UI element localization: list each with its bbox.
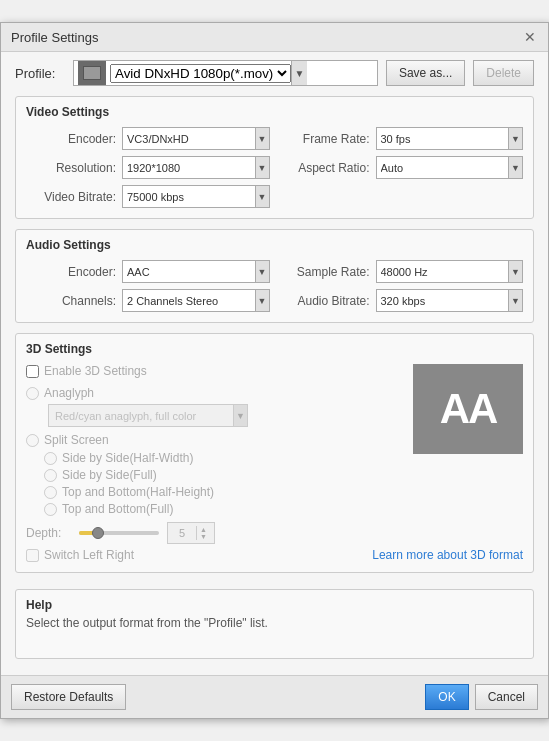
- video-bitrate-arrow[interactable]: ▼: [255, 186, 269, 207]
- ok-button[interactable]: OK: [425, 684, 468, 710]
- sample-rate-select-wrapper: 48000 Hz ▼: [376, 260, 524, 283]
- profile-settings-dialog: Profile Settings ✕ Profile: Avid DNxHD 1…: [0, 22, 549, 719]
- frame-rate-select[interactable]: 30 fps: [377, 128, 509, 149]
- audio-encoder-row: Encoder: AAC ▼: [26, 260, 270, 283]
- video-settings-title: Video Settings: [26, 105, 523, 119]
- channels-row: Channels: 2 Channels Stereo ▼: [26, 289, 270, 312]
- save-as-button[interactable]: Save as...: [386, 60, 465, 86]
- audio-settings-section: Audio Settings Encoder: AAC ▼ Sample Rat…: [15, 229, 534, 323]
- enable-3d-label[interactable]: Enable 3D Settings: [44, 364, 147, 378]
- audio-encoder-arrow[interactable]: ▼: [255, 261, 269, 282]
- aspect-ratio-select-wrapper: Auto ▼: [376, 156, 524, 179]
- anaglyph-select[interactable]: Red/cyan anaglyph, full color: [49, 405, 233, 426]
- video-bitrate-label: Video Bitrate:: [26, 190, 116, 204]
- spinbox-down-button[interactable]: ▼: [197, 533, 210, 540]
- depth-slider[interactable]: [79, 525, 159, 541]
- cancel-button[interactable]: Cancel: [475, 684, 538, 710]
- side-by-side-half-label[interactable]: Side by Side(Half-Width): [62, 451, 193, 465]
- profile-icon-inner: [83, 66, 101, 80]
- audio-bitrate-select-wrapper: 320 kbps ▼: [376, 289, 524, 312]
- top-bottom-half-radio[interactable]: [44, 486, 57, 499]
- slider-thumb[interactable]: [92, 527, 104, 539]
- split-screen-label[interactable]: Split Screen: [44, 433, 109, 447]
- switch-left-right-label[interactable]: Switch Left Right: [44, 548, 134, 562]
- resolution-arrow[interactable]: ▼: [255, 157, 269, 178]
- spinbox-up-button[interactable]: ▲: [197, 526, 210, 533]
- frame-rate-select-wrapper: 30 fps ▼: [376, 127, 524, 150]
- resolution-select-wrapper: 1920*1080 ▼: [122, 156, 270, 179]
- audio-bitrate-arrow[interactable]: ▼: [508, 290, 522, 311]
- title-bar: Profile Settings ✕: [1, 23, 548, 52]
- encoder-label: Encoder:: [26, 132, 116, 146]
- delete-button[interactable]: Delete: [473, 60, 534, 86]
- preview-aa-text: AA: [440, 385, 497, 433]
- depth-spinbox: 5 ▲ ▼: [167, 522, 215, 544]
- frame-rate-row: Frame Rate: 30 fps ▼: [280, 127, 524, 150]
- channels-arrow[interactable]: ▼: [255, 290, 269, 311]
- resolution-row: Resolution: 1920*1080 ▼: [26, 156, 270, 179]
- top-bottom-half-label[interactable]: Top and Bottom(Half-Height): [62, 485, 214, 499]
- video-bitrate-select[interactable]: 75000 kbps: [123, 186, 255, 207]
- channels-label: Channels:: [26, 294, 116, 308]
- profile-row: Profile: Avid DNxHD 1080p(*.mov) ▼ Save …: [15, 60, 534, 86]
- profile-select[interactable]: Avid DNxHD 1080p(*.mov): [110, 64, 291, 83]
- audio-bitrate-select[interactable]: 320 kbps: [377, 290, 509, 311]
- anaglyph-radio[interactable]: [26, 387, 39, 400]
- encoder-arrow[interactable]: ▼: [255, 128, 269, 149]
- audio-encoder-select[interactable]: AAC: [123, 261, 255, 282]
- learn-more-link[interactable]: Learn more about 3D format: [372, 548, 523, 562]
- anaglyph-select-wrapper: Red/cyan anaglyph, full color ▼: [48, 404, 248, 427]
- switch-row: Switch Left Right Learn more about 3D fo…: [26, 548, 523, 562]
- encoder-select[interactable]: VC3/DNxHD: [123, 128, 255, 149]
- sample-rate-row: Sample Rate: 48000 Hz ▼: [280, 260, 524, 283]
- depth-value-input[interactable]: 5: [168, 523, 196, 543]
- video-bitrate-select-wrapper: 75000 kbps ▼: [122, 185, 270, 208]
- depth-row: Depth: 5 ▲ ▼: [26, 522, 523, 544]
- enable-3d-checkbox[interactable]: [26, 365, 39, 378]
- audio-encoder-label: Encoder:: [26, 265, 116, 279]
- frame-rate-arrow[interactable]: ▼: [508, 128, 522, 149]
- audio-encoder-select-wrapper: AAC ▼: [122, 260, 270, 283]
- audio-bitrate-row: Audio Bitrate: 320 kbps ▼: [280, 289, 524, 312]
- profile-dropdown-arrow[interactable]: ▼: [291, 61, 307, 85]
- audio-bitrate-label: Audio Bitrate:: [280, 294, 370, 308]
- footer: Restore Defaults OK Cancel: [1, 675, 548, 718]
- frame-rate-label: Frame Rate:: [280, 132, 370, 146]
- top-bottom-full-radio[interactable]: [44, 503, 57, 516]
- audio-settings-title: Audio Settings: [26, 238, 523, 252]
- aspect-ratio-row: Aspect Ratio: Auto ▼: [280, 156, 524, 179]
- help-box: Help Select the output format from the "…: [15, 589, 534, 659]
- 3d-settings-section: 3D Settings AA Enable 3D Settings Anagly…: [15, 333, 534, 573]
- profile-select-wrapper: Avid DNxHD 1080p(*.mov) ▼: [73, 60, 378, 86]
- top-bottom-full-label[interactable]: Top and Bottom(Full): [62, 502, 173, 516]
- audio-settings-grid: Encoder: AAC ▼ Sample Rate: 48000 Hz: [26, 260, 523, 312]
- side-by-side-half-radio[interactable]: [44, 452, 57, 465]
- split-screen-radio[interactable]: [26, 434, 39, 447]
- close-button[interactable]: ✕: [522, 29, 538, 45]
- anaglyph-label[interactable]: Anaglyph: [44, 386, 94, 400]
- help-text: Select the output format from the "Profi…: [26, 616, 523, 630]
- channels-select[interactable]: 2 Channels Stereo: [123, 290, 255, 311]
- video-settings-grid: Encoder: VC3/DNxHD ▼ Frame Rate: 30 fps: [26, 127, 523, 208]
- side-by-side-full-row: Side by Side(Full): [44, 468, 523, 482]
- channels-select-wrapper: 2 Channels Stereo ▼: [122, 289, 270, 312]
- dialog-content: Profile: Avid DNxHD 1080p(*.mov) ▼ Save …: [1, 52, 548, 573]
- restore-defaults-button[interactable]: Restore Defaults: [11, 684, 126, 710]
- 3d-settings-title: 3D Settings: [26, 342, 523, 356]
- resolution-label: Resolution:: [26, 161, 116, 175]
- depth-label: Depth:: [26, 526, 71, 540]
- footer-right: OK Cancel: [425, 684, 538, 710]
- top-bottom-full-row: Top and Bottom(Full): [44, 502, 523, 516]
- aspect-ratio-select[interactable]: Auto: [377, 157, 509, 178]
- sample-rate-arrow[interactable]: ▼: [508, 261, 522, 282]
- profile-icon: [78, 61, 106, 85]
- sample-rate-select[interactable]: 48000 Hz: [377, 261, 509, 282]
- side-by-side-full-label[interactable]: Side by Side(Full): [62, 468, 157, 482]
- side-by-side-full-radio[interactable]: [44, 469, 57, 482]
- resolution-select[interactable]: 1920*1080: [123, 157, 255, 178]
- aspect-ratio-label: Aspect Ratio:: [280, 161, 370, 175]
- help-section: Help Select the output format from the "…: [1, 583, 548, 675]
- video-bitrate-row: Video Bitrate: 75000 kbps ▼: [26, 185, 270, 208]
- switch-left-right-checkbox[interactable]: [26, 549, 39, 562]
- aspect-ratio-arrow[interactable]: ▼: [508, 157, 522, 178]
